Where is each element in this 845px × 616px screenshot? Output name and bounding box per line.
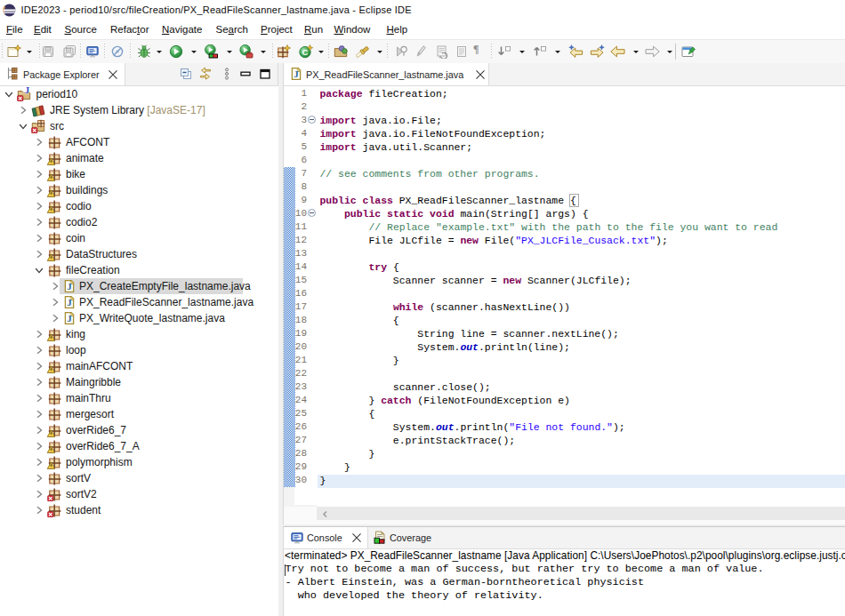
svg-text:C: C	[302, 47, 309, 57]
